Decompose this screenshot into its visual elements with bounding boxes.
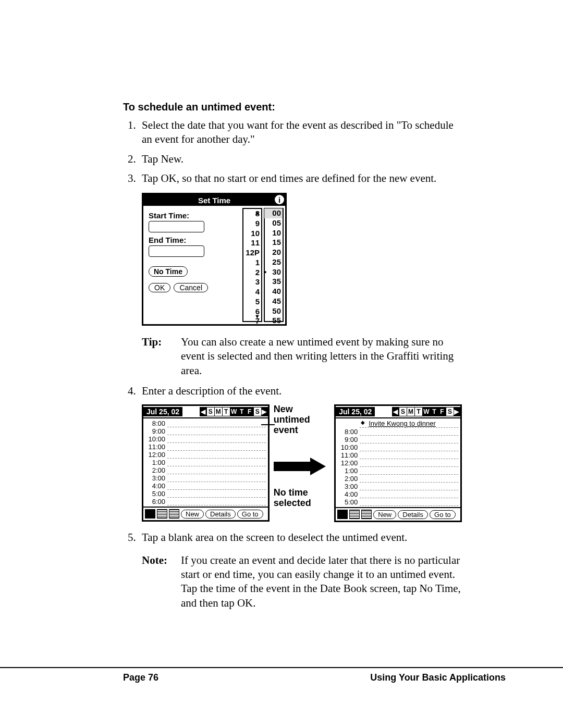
section-heading: To schedule an untimed event:: [123, 101, 462, 113]
step-2: Tap New.: [139, 152, 462, 166]
svg-marker-0: [274, 458, 326, 475]
arrow-icon: [274, 458, 331, 475]
date-label: Jul 25, 02: [143, 407, 182, 416]
view-month-icon[interactable]: [169, 509, 179, 519]
goto-button[interactable]: Go to: [430, 510, 456, 519]
start-time-label: Start Time:: [149, 211, 240, 220]
start-time-field[interactable]: [149, 221, 204, 232]
goto-button[interactable]: Go to: [237, 510, 263, 519]
hour-picker[interactable]: ▲ 8 9 10 11 12P 1 2 3 4 5 6 7 ▼: [242, 208, 262, 322]
new-button[interactable]: New: [181, 510, 204, 519]
next-icon[interactable]: ▶: [454, 408, 460, 416]
view-day-icon[interactable]: [337, 510, 348, 519]
note-label: Note:: [142, 553, 181, 610]
page-number: Page 76: [123, 672, 158, 683]
callout-new-untimed: New untimed event: [274, 404, 331, 435]
connector-line: [261, 424, 275, 425]
view-week-icon[interactable]: [157, 509, 167, 519]
down-arrow-icon[interactable]: ▼: [254, 313, 260, 320]
cancel-button[interactable]: Cancel: [174, 283, 208, 292]
minute-picker[interactable]: 00 05 10 15 20 25 ▪30 35 40 45 50 55: [264, 208, 284, 322]
prev-icon[interactable]: ◀: [393, 408, 399, 416]
end-time-label: End Time:: [149, 236, 240, 244]
dialog-title: Set Time: [198, 196, 230, 205]
info-icon: i: [275, 195, 284, 204]
figure-set-time: Set Time i Start Time: End Time: No Time…: [142, 193, 287, 326]
step-3: Tap OK, so that no start or end times ar…: [139, 171, 462, 186]
step-4: Enter a description of the event.: [139, 384, 462, 398]
step-1: Select the date that you want for the ev…: [139, 118, 462, 147]
end-time-field[interactable]: [149, 245, 204, 257]
next-icon[interactable]: ▶: [261, 408, 267, 416]
tip-text: You can also create a new untimed event …: [181, 335, 462, 378]
view-month-icon[interactable]: [361, 510, 372, 519]
pda-left: Jul 25, 02 ◀ S M T W T F S ▶ 8:00: [142, 404, 270, 522]
day-nav[interactable]: ◀ S M T W T F S ▶: [392, 407, 460, 416]
untimed-event[interactable]: Invite Kwong to dinner: [360, 419, 458, 428]
footer-title: Using Your Basic Applications: [370, 672, 506, 683]
up-arrow-icon[interactable]: ▲: [254, 209, 260, 217]
tip-label: Tip:: [142, 335, 181, 378]
step-5: Tap a blank area on the screen to desele…: [139, 530, 462, 545]
pda-right: Jul 25, 02 ◀ S M T W T F S ▶ Invite Kwon…: [334, 404, 462, 522]
details-button[interactable]: Details: [205, 510, 236, 519]
day-nav[interactable]: ◀ S M T W T F S ▶: [200, 407, 268, 416]
no-time-button[interactable]: No Time: [149, 266, 188, 277]
view-day-icon[interactable]: [145, 509, 155, 519]
figure-datebook: Jul 25, 02 ◀ S M T W T F S ▶ 8:00: [142, 404, 462, 522]
ok-button[interactable]: OK: [149, 283, 170, 292]
date-label: Jul 25, 02: [336, 407, 375, 416]
details-button[interactable]: Details: [398, 510, 428, 519]
view-week-icon[interactable]: [349, 510, 360, 519]
new-button[interactable]: New: [373, 510, 396, 519]
note-text: If you create an event and decide later …: [181, 553, 462, 610]
callout-no-time: No time selected: [274, 488, 331, 509]
prev-icon[interactable]: ◀: [200, 408, 206, 416]
